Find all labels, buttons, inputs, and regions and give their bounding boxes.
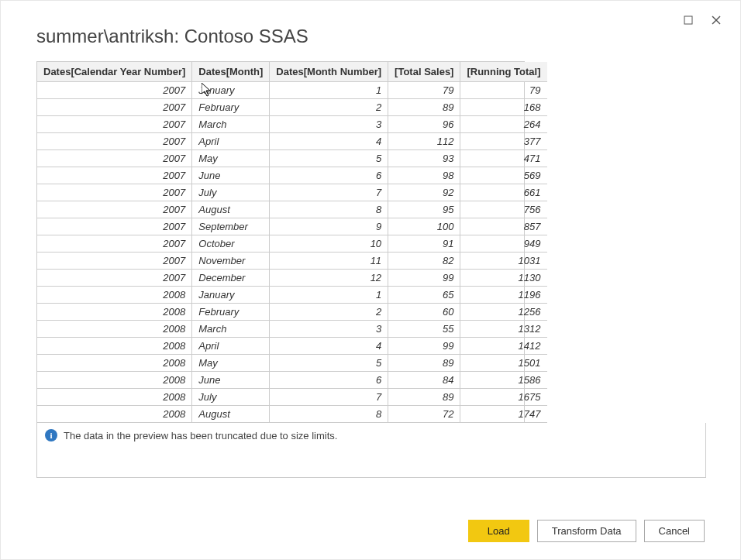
table-cell: 2008 <box>37 389 192 406</box>
table-cell: 65 <box>388 287 460 304</box>
table-cell: 79 <box>388 82 460 99</box>
table-header-row: Dates[Calendar Year Number] Dates[Month]… <box>37 62 547 82</box>
maximize-icon[interactable] <box>681 13 695 27</box>
table-cell: 949 <box>460 235 547 253</box>
window-controls <box>681 13 723 27</box>
table-row[interactable]: 2007November11821031 <box>37 253 547 270</box>
table-cell: 2 <box>270 304 388 321</box>
table-cell: 7 <box>270 184 388 201</box>
info-icon: i <box>45 429 57 441</box>
table-row[interactable]: 2007April4112377 <box>37 133 547 150</box>
table-cell: 569 <box>460 167 547 184</box>
table-cell: 6 <box>270 167 388 184</box>
table-cell: 1 <box>270 287 388 304</box>
table-row[interactable]: 2008March3551312 <box>37 321 547 338</box>
table-cell: 72 <box>388 406 460 423</box>
table-row[interactable]: 2008January1651196 <box>37 287 547 304</box>
table-cell: 168 <box>460 99 547 116</box>
table-row[interactable]: 2007February289168 <box>37 99 547 116</box>
table-cell: June <box>192 167 270 184</box>
table-cell: 2008 <box>37 338 192 355</box>
table-cell: 95 <box>388 201 460 218</box>
table-cell: 112 <box>388 133 460 150</box>
table-cell: 89 <box>388 99 460 116</box>
table-row[interactable]: 2007July792661 <box>37 184 547 201</box>
table-cell: May <box>192 355 270 372</box>
table-cell: 377 <box>460 133 547 150</box>
table-cell: 99 <box>388 270 460 287</box>
table-cell: April <box>192 338 270 355</box>
table-cell: 264 <box>460 116 547 133</box>
table-cell: 8 <box>270 201 388 218</box>
table-cell: 2 <box>270 99 388 116</box>
table-cell: January <box>192 287 270 304</box>
table-cell: 1412 <box>460 338 547 355</box>
table-row[interactable]: 2007May593471 <box>37 150 547 167</box>
table-cell: November <box>192 253 270 270</box>
table-cell: 5 <box>270 355 388 372</box>
close-icon[interactable] <box>709 13 723 27</box>
table-cell: December <box>192 270 270 287</box>
truncated-info-bar: i The data in the preview has been trunc… <box>36 423 706 478</box>
table-row[interactable]: 2007January17979 <box>37 82 547 99</box>
table-cell: 92 <box>388 184 460 201</box>
table-row[interactable]: 2008July7891675 <box>37 389 547 406</box>
table-cell: 2007 <box>37 218 192 235</box>
table-cell: 98 <box>388 167 460 184</box>
column-header-total-sales[interactable]: [Total Sales] <box>388 62 460 82</box>
table-cell: February <box>192 304 270 321</box>
table-row[interactable]: 2008April4991412 <box>37 338 547 355</box>
transform-data-button[interactable]: Transform Data <box>537 520 636 542</box>
table-row[interactable]: 2008February2601256 <box>37 304 547 321</box>
table-cell: August <box>192 201 270 218</box>
table-row[interactable]: 2007March396264 <box>37 116 547 133</box>
table-row[interactable]: 2007September9100857 <box>37 218 547 235</box>
table-cell: 2008 <box>37 372 192 389</box>
table-cell: 2008 <box>37 406 192 423</box>
table-cell: 7 <box>270 389 388 406</box>
table-cell: 2007 <box>37 235 192 253</box>
table-cell: 3 <box>270 321 388 338</box>
table-cell: 96 <box>388 116 460 133</box>
table-cell: 2008 <box>37 321 192 338</box>
table-cell: August <box>192 406 270 423</box>
page-title: summer\antriksh: Contoso SSAS <box>36 26 705 47</box>
table-cell: 2007 <box>37 133 192 150</box>
table-cell: 99 <box>388 338 460 355</box>
table-cell: 5 <box>270 150 388 167</box>
table-row[interactable]: 2007October1091949 <box>37 235 547 253</box>
table-row[interactable]: 2007June698569 <box>37 167 547 184</box>
table-cell: 1586 <box>460 372 547 389</box>
load-button[interactable]: Load <box>468 520 529 542</box>
table-cell: 1031 <box>460 253 547 270</box>
table-cell: March <box>192 321 270 338</box>
truncated-info-text: The data in the preview has been truncat… <box>64 430 337 441</box>
table-cell: June <box>192 372 270 389</box>
cancel-button[interactable]: Cancel <box>644 520 705 542</box>
table-row[interactable]: 2008August8721747 <box>37 406 547 423</box>
table-row[interactable]: 2007December12991130 <box>37 270 547 287</box>
table-cell: 2007 <box>37 201 192 218</box>
table-cell: 2007 <box>37 184 192 201</box>
svg-rect-0 <box>684 16 692 24</box>
column-header-month-number[interactable]: Dates[Month Number] <box>270 62 388 82</box>
table-row[interactable]: 2008May5891501 <box>37 355 547 372</box>
table-cell: 10 <box>270 235 388 253</box>
column-header-month[interactable]: Dates[Month] <box>192 62 270 82</box>
table-row[interactable]: 2007August895756 <box>37 201 547 218</box>
table-cell: 2007 <box>37 253 192 270</box>
table-cell: 93 <box>388 150 460 167</box>
dialog-window: summer\antriksh: Contoso SSAS Dates[Cale… <box>0 0 741 560</box>
dialog-button-row: Load Transform Data Cancel <box>468 520 705 542</box>
table-row[interactable]: 2008June6841586 <box>37 372 547 389</box>
table-cell: 471 <box>460 150 547 167</box>
column-header-running-total[interactable]: [Running Total] <box>460 62 547 82</box>
table-cell: 89 <box>388 389 460 406</box>
table-cell: 1196 <box>460 287 547 304</box>
table-cell: 661 <box>460 184 547 201</box>
table-cell: 89 <box>388 355 460 372</box>
column-header-year[interactable]: Dates[Calendar Year Number] <box>37 62 192 82</box>
table-cell: 84 <box>388 372 460 389</box>
table-cell: 756 <box>460 201 547 218</box>
table-cell: 2007 <box>37 167 192 184</box>
